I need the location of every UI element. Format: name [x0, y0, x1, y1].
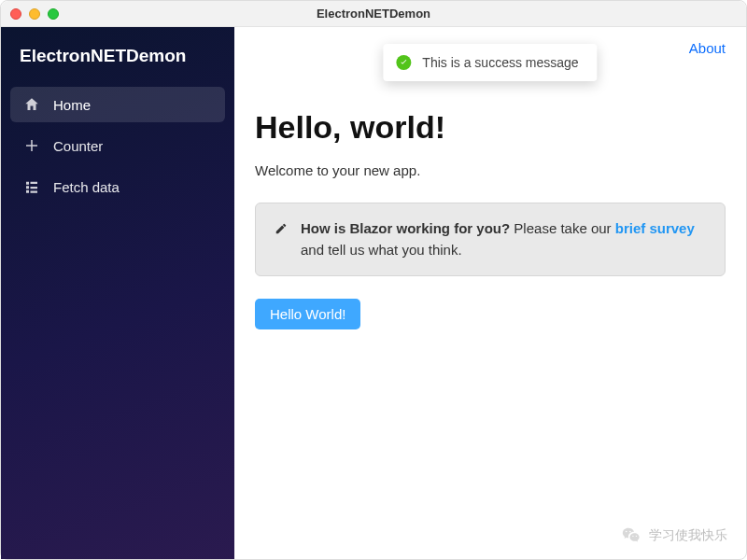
- survey-alert: How is Blazor working for you? Please ta…: [255, 203, 726, 276]
- app-window: ElectronNETDemon ElectronNETDemon Home C…: [0, 0, 747, 560]
- alert-text-before: Please take our: [510, 220, 615, 236]
- home-icon: [23, 96, 40, 113]
- sidebar-item-label: Fetch data: [53, 179, 120, 195]
- page-title: Hello, world!: [255, 109, 726, 146]
- hello-world-button[interactable]: Hello World!: [255, 299, 360, 329]
- maximize-window-button[interactable]: [48, 8, 59, 20]
- minimize-window-button[interactable]: [29, 8, 40, 20]
- survey-link[interactable]: brief survey: [615, 220, 695, 236]
- watermark-text: 学习使我快乐: [649, 527, 727, 544]
- content-area: About This is a success message Hello, w…: [234, 27, 746, 559]
- header-links: About: [689, 40, 726, 57]
- sidebar-item-fetch-data[interactable]: Fetch data: [10, 169, 225, 204]
- alert-body: How is Blazor working for you? Please ta…: [301, 218, 706, 260]
- wechat-icon: [621, 525, 641, 546]
- window-title: ElectronNETDemon: [1, 7, 746, 21]
- about-link[interactable]: About: [689, 40, 726, 56]
- list-icon: [23, 178, 40, 195]
- main: Hello, world! Welcome to your new app. H…: [255, 109, 726, 329]
- success-toast: This is a success message: [383, 44, 597, 81]
- alert-text-after: and tell us what you think.: [301, 242, 462, 258]
- sidebar-item-counter[interactable]: Counter: [10, 128, 225, 163]
- sidebar-item-label: Home: [53, 97, 91, 113]
- check-circle-icon: [396, 55, 411, 70]
- close-window-button[interactable]: [10, 8, 21, 20]
- app-body: ElectronNETDemon Home Counter: [1, 27, 746, 559]
- toast-message: This is a success message: [422, 55, 578, 70]
- nav: Home Counter Fetch data: [1, 87, 234, 204]
- titlebar: ElectronNETDemon: [1, 1, 746, 27]
- sidebar: ElectronNETDemon Home Counter: [1, 27, 234, 559]
- plus-icon: [23, 137, 40, 154]
- sidebar-item-label: Counter: [53, 138, 103, 154]
- sidebar-item-home[interactable]: Home: [10, 87, 225, 122]
- welcome-text: Welcome to your new app.: [255, 162, 726, 178]
- pencil-icon: [275, 220, 288, 260]
- alert-bold: How is Blazor working for you?: [301, 220, 510, 236]
- watermark: 学习使我快乐: [621, 525, 727, 546]
- brand-title: ElectronNETDemon: [1, 40, 234, 87]
- window-controls: [10, 8, 59, 20]
